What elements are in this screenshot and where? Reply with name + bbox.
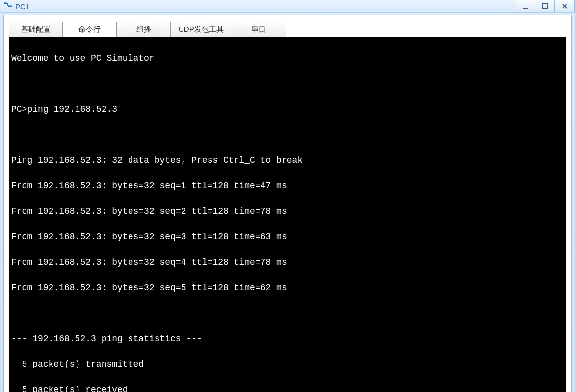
titlebar[interactable]: PC1 <box>0 0 575 13</box>
terminal-line: From 192.168.52.3: bytes=32 seq=4 ttl=12… <box>11 256 564 269</box>
terminal[interactable]: Welcome to use PC Simulator! PC>ping 192… <box>9 37 566 392</box>
close-button[interactable] <box>555 0 575 12</box>
window-controls <box>516 0 575 12</box>
tab-label: 基础配置 <box>21 25 51 34</box>
window-title: PC1 <box>15 2 29 11</box>
tab-label: UDP发包工具 <box>179 25 224 34</box>
terminal-line: From 192.168.52.3: bytes=32 seq=2 ttl=12… <box>11 205 564 218</box>
maximize-button[interactable] <box>535 0 555 12</box>
tab-udp-tool[interactable]: UDP发包工具 <box>171 22 232 37</box>
window-frame: PC1 基础配置 命令行 组播 UDP发包工具 串口 <box>0 0 575 392</box>
terminal-blank <box>11 307 564 319</box>
terminal-blank <box>11 128 564 141</box>
svg-point-1 <box>10 5 12 7</box>
terminal-line: 5 packet(s) transmitted <box>11 358 564 370</box>
terminal-line: --- 192.168.52.3 ping statistics --- <box>11 332 564 345</box>
svg-rect-2 <box>523 8 528 9</box>
terminal-blank <box>11 77 564 90</box>
tab-label: 组播 <box>136 25 151 34</box>
terminal-line: From 192.168.52.3: bytes=32 seq=5 ttl=12… <box>11 281 564 294</box>
tab-serial[interactable]: 串口 <box>232 22 286 37</box>
svg-rect-3 <box>543 4 548 8</box>
tab-basic-config[interactable]: 基础配置 <box>9 22 63 37</box>
terminal-line: From 192.168.52.3: bytes=32 seq=3 ttl=12… <box>11 230 564 243</box>
app-icon <box>3 2 12 11</box>
minimize-button[interactable] <box>516 0 535 12</box>
tab-multicast[interactable]: 组播 <box>117 22 171 37</box>
tabstrip: 基础配置 命令行 组播 UDP发包工具 串口 <box>9 20 566 37</box>
tab-command-line[interactable]: 命令行 <box>63 22 117 37</box>
terminal-line: Welcome to use PC Simulator! <box>11 52 564 65</box>
svg-point-0 <box>4 2 6 4</box>
tab-label: 串口 <box>251 25 266 34</box>
terminal-line: PC>ping 192.168.52.3 <box>11 103 564 116</box>
terminal-line: 5 packet(s) received <box>11 383 564 392</box>
terminal-line: Ping 192.168.52.3: 32 data bytes, Press … <box>11 154 564 167</box>
client-area: 基础配置 命令行 组播 UDP发包工具 串口 Welcome to use PC… <box>3 15 572 392</box>
terminal-line: From 192.168.52.3: bytes=32 seq=1 ttl=12… <box>11 179 564 192</box>
tab-label: 命令行 <box>78 25 101 34</box>
